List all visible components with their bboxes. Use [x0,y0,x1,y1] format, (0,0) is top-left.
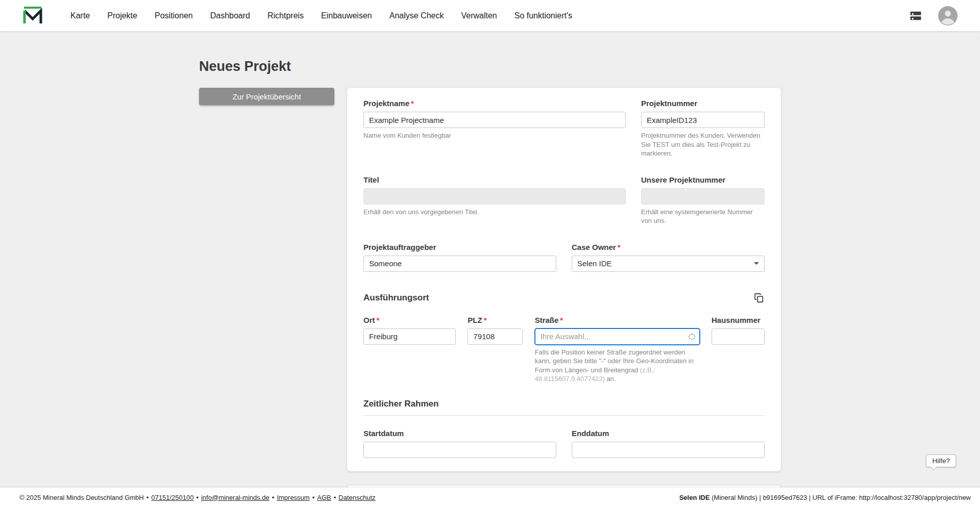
row-auftraggeber-caseowner: Projektauftraggeber Case Owner* Selen ID… [363,243,765,272]
brand-logo[interactable] [22,6,43,26]
row-titel-unsere-projektnummer: Titel Erhält den von uns vorgegebenen Ti… [363,175,765,225]
required-marker: * [411,99,414,108]
nav-item-analyse-check[interactable]: Analyse Check [389,11,444,20]
enddatum-label: Enddatum [572,429,765,438]
required-marker: * [377,316,380,324]
unsere-projektnummer-label-text: Unsere Projektnummer [641,175,725,184]
titel-label: Titel [363,175,626,184]
case-owner-selected-value: Selen IDE [577,259,612,268]
section-divider [363,415,765,416]
field-ort: Ort* [363,316,456,384]
main-content: Neues Projekt Zur Projektübersicht Proje… [0,31,980,507]
loading-spinner-icon [689,333,695,340]
titel-label-text: Titel [363,175,379,184]
row-projektname-projektnummer: Projektname* Name vom Kunden festlegbar … [363,99,765,158]
server-icon[interactable] [909,9,923,23]
unsere-projektnummer-hint: Erhält eine systemgenerierte Nummer von … [641,208,765,225]
plz-label: PLZ* [468,316,523,324]
plz-label-text: PLZ [468,316,482,324]
field-startdatum: Startdatum [363,429,556,458]
section-zeitlicher-rahmen: Zeitlicher Rahmen [363,399,765,416]
strasse-input-wrap [535,328,700,345]
field-enddatum: Enddatum [572,429,765,458]
startdatum-label-text: Startdatum [363,429,404,438]
projektnummer-hint: Projektnummer des Kunden. Verwenden Sie … [641,131,765,158]
content-container: Neues Projekt Zur Projektübersicht Proje… [199,31,781,507]
ausfuehrungsort-heading: Ausführungsort [363,293,429,303]
footer-separator: • [334,494,336,501]
nav-item-dashboard[interactable]: Dashboard [210,11,250,20]
required-marker: * [484,316,487,324]
session-details: (Mineral Minds) | b91695ed7623 | URL of … [710,494,971,501]
hausnummer-input[interactable] [712,328,765,345]
main-nav: Karte Projekte Positionen Dashboard Rich… [70,11,572,20]
projektauftraggeber-label-text: Projektauftraggeber [363,243,436,251]
strasse-label-text: Straße [535,316,559,324]
required-marker: * [618,243,621,251]
strasse-input[interactable] [535,328,700,345]
zeitlicher-rahmen-heading: Zeitlicher Rahmen [363,399,765,409]
phone-link[interactable]: 07151/250100 [151,494,193,501]
nav-item-karte[interactable]: Karte [70,11,90,20]
help-button[interactable]: Hilfe? [926,454,956,467]
nav-item-projekte[interactable]: Projekte [107,11,137,20]
strasse-hint: Falls die Position keiner Straße zugeord… [535,348,700,384]
unsere-projektnummer-label: Unsere Projektnummer [641,175,765,184]
row-dates: Startdatum Enddatum [363,429,765,458]
chevron-down-icon [754,262,759,265]
email-link[interactable]: info@mineral-minds.de [201,494,270,501]
strasse-hint-main: Falls die Position keiner Straße zugeord… [535,348,694,374]
session-user: Selen IDE [679,494,710,501]
projektname-input[interactable] [363,112,626,128]
startdatum-input[interactable] [363,442,556,458]
copy-icon[interactable] [753,292,765,303]
enddatum-input[interactable] [572,442,765,458]
row-location: Ort* PLZ* Straße* [363,316,765,384]
copy-icon-glyph [753,292,765,303]
case-owner-select[interactable]: Selen IDE [572,256,765,272]
field-projektauftraggeber: Projektauftraggeber [363,243,556,272]
field-plz: PLZ* [468,316,523,384]
projektname-hint: Name vom Kunden festlegbar [363,131,626,140]
right-column: Projektname* Name vom Kunden festlegbar … [347,88,781,507]
back-to-projects-button[interactable]: Zur Projektübersicht [199,88,334,105]
field-hausnummer: Hausnummer [712,316,765,384]
user-avatar[interactable] [938,6,958,26]
unsere-projektnummer-input [641,188,765,205]
hausnummer-label-text: Hausnummer [712,316,761,324]
field-unsere-projektnummer: Unsere Projektnummer Erhält eine systemg… [641,175,765,225]
strasse-label: Straße* [535,316,700,324]
nav-item-verwalten[interactable]: Verwalten [461,11,497,20]
user-avatar-icon [938,6,958,26]
mineral-minds-logo-icon [22,6,43,26]
projektauftraggeber-input[interactable] [363,256,556,272]
datenschutz-link[interactable]: Datenschutz [338,494,375,501]
nav-item-so-funktionierts[interactable]: So funktioniert's [514,11,572,20]
case-owner-label-text: Case Owner [572,243,616,251]
required-marker: * [560,316,563,324]
footer-separator: • [272,494,275,501]
nav-item-einbauweisen[interactable]: Einbauweisen [321,11,372,20]
field-projektnummer: Projektnummer Projektnummer des Kunden. … [641,99,765,158]
nav-item-richtpreis[interactable]: Richtpreis [267,11,304,20]
ort-input[interactable] [363,328,456,345]
copyright-text: © 2025 Mineral Minds Deutschland GmbH [19,494,144,501]
agb-link[interactable]: AGB [317,494,331,501]
server-icon-glyph [909,9,923,23]
projektname-label: Projektname* [363,99,626,108]
field-titel: Titel Erhält den von uns vorgegebenen Ti… [363,175,626,225]
footer-separator: • [312,494,315,501]
footer-separator: • [146,494,149,501]
section-ausfuehrungsort: Ausführungsort [363,292,765,303]
footer-left: © 2025 Mineral Minds Deutschland GmbH • … [19,494,376,501]
hausnummer-label: Hausnummer [712,316,765,324]
case-owner-label: Case Owner* [572,243,765,251]
top-navigation: Karte Projekte Positionen Dashboard Rich… [0,0,980,31]
nav-item-positionen[interactable]: Positionen [155,11,193,20]
page-title: Neues Projekt [199,31,781,74]
startdatum-label: Startdatum [363,429,556,438]
projektnummer-input[interactable] [641,112,765,128]
impressum-link[interactable]: Impressum [277,494,309,501]
plz-input[interactable] [468,328,523,345]
ort-label: Ort* [363,316,456,324]
